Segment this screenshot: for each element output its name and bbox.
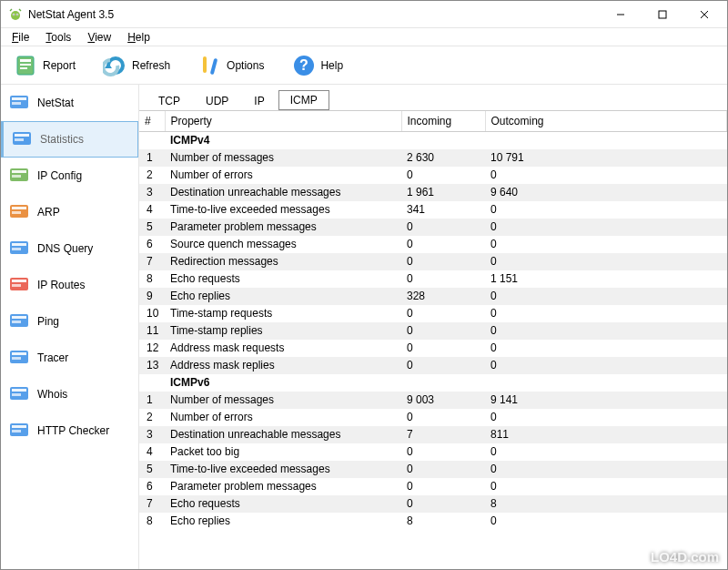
table-row[interactable]: 5Time-to-live exceeded messages00 xyxy=(139,461,727,478)
cell-property: Number of messages xyxy=(165,392,401,409)
cell-num: 7 xyxy=(139,253,165,270)
cell-property: Address mask requests xyxy=(165,340,401,357)
cell-property: Destination unreachable messages xyxy=(165,184,401,201)
titlebar: NetStat Agent 3.5 xyxy=(1,1,727,28)
cell-num: 5 xyxy=(139,461,165,478)
cell-property: Echo requests xyxy=(165,495,401,513)
menu-tools[interactable]: Tools xyxy=(38,30,78,45)
table-row[interactable]: 4Packet too big00 xyxy=(139,443,727,461)
col-header-outcoming[interactable]: Outcoming xyxy=(485,111,727,132)
table-row[interactable]: 13Address mask replies00 xyxy=(139,357,727,374)
svg-point-4 xyxy=(16,14,17,15)
cell-num: 8 xyxy=(139,513,165,530)
menu-view[interactable]: View xyxy=(80,30,118,45)
sidebar-item-dns-query[interactable]: DNS Query xyxy=(1,230,138,267)
col-header-property[interactable]: Property xyxy=(165,111,401,132)
protocol-tabs: TCPUDPIPICMP xyxy=(139,85,727,110)
svg-rect-10 xyxy=(20,59,31,62)
sidebar-item-http-checker[interactable]: HTTP Checker xyxy=(1,412,138,449)
svg-rect-32 xyxy=(12,248,21,250)
tab-udp[interactable]: UDP xyxy=(194,91,240,110)
svg-rect-22 xyxy=(15,134,29,137)
svg-rect-28 xyxy=(12,207,26,209)
sidebar-item-tracer[interactable]: Tracer xyxy=(1,340,138,376)
col-header-incoming[interactable]: Incoming xyxy=(401,111,485,132)
table-row[interactable]: 5Parameter problem messages00 xyxy=(139,219,727,236)
table-row[interactable]: 6Source quench messages00 xyxy=(139,236,727,253)
refresh-icon xyxy=(103,53,128,78)
cell-num: 1 xyxy=(139,392,165,409)
cell-incoming: 341 xyxy=(401,201,485,219)
cell-outcoming: 811 xyxy=(485,426,727,443)
tab-icmp[interactable]: ICMP xyxy=(278,90,329,110)
table-row[interactable]: 8Echo requests01 151 xyxy=(139,270,727,288)
tracer-icon xyxy=(6,345,32,371)
menubar: File Tools View Help xyxy=(1,28,727,46)
maximize-button[interactable] xyxy=(642,1,683,28)
close-button[interactable] xyxy=(683,1,725,28)
cell-property: Source quench messages xyxy=(165,236,401,253)
menu-file-rest: ile xyxy=(18,31,29,44)
cell-num: 13 xyxy=(139,357,165,374)
globe-icon xyxy=(6,90,32,116)
options-button[interactable]: Options xyxy=(190,51,271,80)
table-row[interactable]: 1Number of messages9 0039 141 xyxy=(139,392,727,409)
menu-file[interactable]: File xyxy=(5,30,36,45)
cell-incoming: 0 xyxy=(401,322,485,340)
table-row[interactable]: 3Destination unreachable messages1 9619 … xyxy=(139,184,727,201)
cell-property: Number of errors xyxy=(165,409,401,426)
stats-table-scroll[interactable]: # Property Incoming Outcoming ICMPv41Num… xyxy=(139,110,727,569)
sidebar-item-ping[interactable]: Ping xyxy=(1,303,138,340)
cell-num: 8 xyxy=(139,270,165,288)
tab-tcp[interactable]: TCP xyxy=(147,91,192,110)
sidebar-item-ip-config[interactable]: IP Config xyxy=(1,158,138,194)
cell-outcoming: 0 xyxy=(485,461,727,478)
table-row[interactable]: 2Number of errors00 xyxy=(139,409,727,426)
cell-incoming: 2 630 xyxy=(401,149,485,167)
cell-outcoming: 0 xyxy=(485,167,727,184)
sidebar-item-label: Whois xyxy=(37,388,67,401)
svg-rect-44 xyxy=(12,393,21,396)
sidebar-item-netstat[interactable]: NetStat xyxy=(1,85,138,121)
table-row[interactable]: 9Echo replies3280 xyxy=(139,288,727,305)
report-button[interactable]: Report xyxy=(6,51,83,80)
cell-incoming: 0 xyxy=(401,461,485,478)
col-header-num[interactable]: # xyxy=(139,111,165,132)
refresh-button[interactable]: Refresh xyxy=(96,51,177,80)
sidebar-item-ip-routes[interactable]: IP Routes xyxy=(1,267,138,303)
table-row[interactable]: 7Echo requests08 xyxy=(139,495,727,513)
table-row[interactable]: 2Number of errors00 xyxy=(139,167,727,184)
table-row[interactable]: 12Address mask requests00 xyxy=(139,340,727,357)
sidebar-item-arp[interactable]: ARP xyxy=(1,194,138,230)
sidebar-item-statistics[interactable]: Statistics xyxy=(1,121,138,158)
table-row[interactable]: 4Time-to-live exceeded messages3410 xyxy=(139,201,727,219)
cell-incoming: 0 xyxy=(401,219,485,236)
cell-num: 11 xyxy=(139,322,165,340)
table-row[interactable]: 1Number of messages2 63010 791 xyxy=(139,149,727,167)
cell-outcoming: 0 xyxy=(485,513,727,530)
svg-text:?: ? xyxy=(300,57,309,73)
table-row[interactable]: 10Time-stamp requests00 xyxy=(139,305,727,322)
menu-help[interactable]: Help xyxy=(120,30,157,45)
cell-incoming: 328 xyxy=(401,288,485,305)
stats-table: # Property Incoming Outcoming ICMPv41Num… xyxy=(139,111,727,530)
help-button[interactable]: ? Help xyxy=(284,51,350,80)
group-header: ICMPv6 xyxy=(139,374,727,392)
table-row[interactable]: 3Destination unreachable messages7811 xyxy=(139,426,727,443)
sidebar-item-label: DNS Query xyxy=(37,242,93,255)
tab-ip[interactable]: IP xyxy=(242,91,276,110)
table-row[interactable]: 8Echo replies80 xyxy=(139,513,727,530)
svg-rect-23 xyxy=(15,138,24,141)
clock-stats-icon xyxy=(9,127,35,152)
table-row[interactable]: 11Time-stamp replies00 xyxy=(139,322,727,340)
minimize-button[interactable] xyxy=(600,1,642,28)
table-row[interactable]: 6Parameter problem messages00 xyxy=(139,478,727,495)
cell-num: 4 xyxy=(139,201,165,219)
cell-outcoming: 1 151 xyxy=(485,270,727,288)
sidebar-item-whois[interactable]: Whois xyxy=(1,376,138,412)
cell-property: Time-to-live exceeded messages xyxy=(165,461,401,478)
table-row[interactable]: 7Redirection messages00 xyxy=(139,253,727,270)
sidebar: NetStat Statistics IP Config ARP DNS Que… xyxy=(1,85,139,569)
sidebar-item-label: NetStat xyxy=(37,97,74,109)
sidebar-item-label: HTTP Checker xyxy=(37,424,109,437)
